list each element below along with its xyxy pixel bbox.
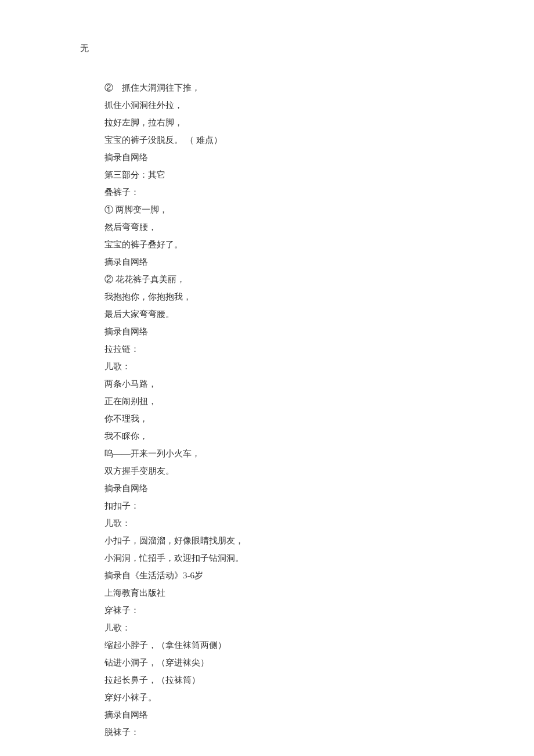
text-line: 儿歌： (104, 619, 534, 636)
page-header: 无 (80, 39, 534, 57)
text-line: 小扣子，圆溜溜，好像眼睛找朋友， (104, 532, 534, 549)
text-line: ① 两脚变一脚， (104, 201, 534, 218)
text-line: 第三部分：其它 (104, 166, 534, 183)
text-line: 上海教育出版社 (104, 584, 534, 602)
text-line: 穿袜子： (104, 602, 534, 619)
text-line: 摘录自网络 (104, 323, 534, 340)
text-line: ② 抓住大洞洞往下推， (104, 79, 534, 96)
text-line: 呜——开来一列小火车， (104, 445, 534, 462)
text-line: 抓住小洞洞往外拉， (104, 96, 534, 114)
text-line: 双方握手变朋友。 (104, 462, 534, 480)
text-line: 然后弯弯腰， (104, 218, 534, 236)
text-line: 拉起长鼻子，（拉袜筒） (104, 671, 534, 689)
text-line: 叠裤子： (104, 183, 534, 201)
header-text: 无 (80, 44, 89, 53)
text-line: 摘录自网络 (104, 706, 534, 723)
text-line: 宝宝的裤子叠好了。 (104, 236, 534, 253)
text-line: 儿歌： (104, 358, 534, 375)
text-line: 你不理我， (104, 410, 534, 427)
text-line: 儿歌： (104, 514, 534, 532)
text-line: 脱袜子： (104, 723, 534, 741)
text-line: 拉拉链： (104, 340, 534, 358)
text-line: 宝宝的裤子没脱反。 （ 难点） (104, 131, 534, 149)
text-line: 摘录自网络 (104, 480, 534, 497)
text-line: 摘录自《生活活动》3-6岁 (104, 567, 534, 584)
text-line: 摘录自网络 (104, 149, 534, 166)
text-line: 我抱抱你，你抱抱我， (104, 288, 534, 305)
text-line: 最后大家弯弯腰。 (104, 305, 534, 323)
text-line: 缩起小脖子，（拿住袜筒两侧） (104, 636, 534, 654)
document-content: ② 抓住大洞洞往下推， 抓住小洞洞往外拉， 拉好左脚，拉右脚， 宝宝的裤子没脱反… (80, 79, 534, 741)
text-line: ② 花花裤子真美丽， (104, 271, 534, 288)
text-line: 摘录自网络 (104, 253, 534, 271)
text-line: 拉好左脚，拉右脚， (104, 114, 534, 131)
text-line: 两条小马路， (104, 375, 534, 393)
text-line: 我不睬你， (104, 427, 534, 445)
text-line: 钻进小洞子，（穿进袜尖） (104, 654, 534, 671)
text-line: 正在闹别扭， (104, 393, 534, 410)
text-line: 小洞洞，忙招手，欢迎扣子钻洞洞。 (104, 549, 534, 567)
text-line: 扣扣子： (104, 497, 534, 514)
text-line: 穿好小袜子。 (104, 689, 534, 706)
